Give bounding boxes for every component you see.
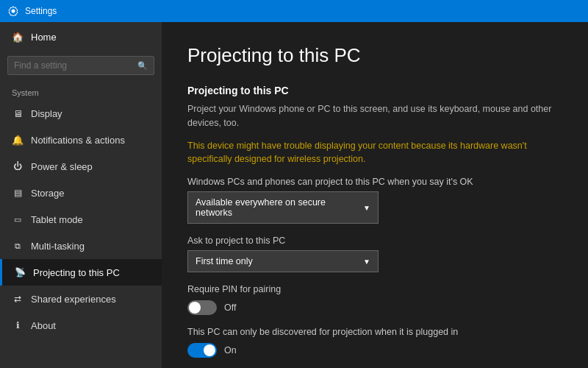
sidebar-item-label: Shared experiences	[31, 294, 116, 305]
power-icon: ⏻	[12, 160, 24, 172]
multitasking-icon: ⧉	[12, 240, 24, 252]
sidebar-item-tablet[interactable]: ▭ Tablet mode	[0, 206, 162, 233]
tablet-icon: ▭	[12, 213, 24, 225]
about-icon: ℹ	[12, 319, 24, 331]
chevron-down-icon2: ▼	[363, 258, 370, 266]
dropdown2-value: First time only	[196, 256, 253, 266]
dropdown1[interactable]: Available everywhere on secure networks …	[187, 191, 379, 224]
search-input[interactable]	[14, 60, 133, 71]
settings-icon	[7, 5, 19, 17]
sidebar-item-label: Tablet mode	[31, 214, 83, 225]
content-area: Projecting to this PC Projecting to this…	[162, 22, 588, 368]
titlebar: Settings	[0, 0, 588, 22]
titlebar-title: Settings	[25, 6, 57, 16]
sidebar-item-home[interactable]: 🏠 Home	[0, 22, 162, 52]
sidebar-item-storage[interactable]: ▤ Storage	[0, 180, 162, 206]
dropdown2-label: Ask to project to this PC	[187, 236, 562, 246]
sidebar-item-display[interactable]: 🖥 Display	[0, 100, 162, 127]
toggle1-label: Require PIN for pairing	[187, 284, 562, 294]
sidebar-item-label: Display	[31, 108, 62, 119]
projecting-icon: 📡	[14, 266, 26, 278]
dropdown1-value: Available everywhere on secure networks	[196, 197, 363, 218]
sidebar-item-label: Storage	[31, 188, 65, 199]
toggle2-label: This PC can only be discovered for proje…	[187, 327, 562, 337]
sidebar-item-about[interactable]: ℹ About	[0, 312, 162, 339]
toggle1-state: Off	[224, 302, 236, 313]
warning-text: This device might have trouble displayin…	[187, 139, 562, 167]
shared-icon: ⇄	[12, 293, 24, 305]
chevron-down-icon: ▼	[363, 204, 370, 212]
home-icon: 🏠	[12, 31, 24, 43]
toggle2[interactable]	[187, 343, 217, 358]
main-layout: 🏠 Home 🔍 System 🖥 Display 🔔 Notification…	[0, 22, 588, 368]
svg-point-0	[12, 10, 15, 13]
storage-icon: ▤	[12, 187, 24, 199]
search-box[interactable]: 🔍	[7, 56, 154, 75]
notifications-icon: 🔔	[12, 134, 24, 146]
sidebar-item-shared[interactable]: ⇄ Shared experiences	[0, 286, 162, 312]
sidebar-item-label: Notifications & actions	[31, 135, 125, 146]
sidebar: 🏠 Home 🔍 System 🖥 Display 🔔 Notification…	[0, 22, 162, 368]
sidebar-item-notifications[interactable]: 🔔 Notifications & actions	[0, 127, 162, 153]
sidebar-item-projecting[interactable]: 📡 Projecting to this PC	[0, 259, 162, 286]
toggle1-container: Off	[187, 300, 562, 315]
search-icon: 🔍	[137, 61, 148, 71]
sidebar-item-label: Power & sleep	[31, 161, 93, 172]
dropdown1-label: Windows PCs and phones can project to th…	[187, 177, 562, 187]
dropdown2[interactable]: First time only ▼	[187, 250, 379, 272]
sidebar-item-label: Multi-tasking	[31, 241, 85, 252]
sidebar-item-label: Projecting to this PC	[33, 267, 120, 278]
page-title: Projecting to this PC	[187, 44, 562, 67]
toggle1[interactable]	[187, 300, 217, 315]
home-label: Home	[31, 32, 57, 43]
sidebar-item-power[interactable]: ⏻ Power & sleep	[0, 153, 162, 180]
display-icon: 🖥	[12, 107, 24, 119]
toggle2-state: On	[224, 345, 237, 355]
section-title: Projecting to this PC	[187, 85, 562, 96]
toggle2-container: On	[187, 343, 562, 358]
system-section-label: System	[0, 82, 162, 100]
sidebar-item-label: About	[31, 320, 56, 331]
description-text: Project your Windows phone or PC to this…	[187, 102, 562, 130]
sidebar-item-multitasking[interactable]: ⧉ Multi-tasking	[0, 233, 162, 259]
